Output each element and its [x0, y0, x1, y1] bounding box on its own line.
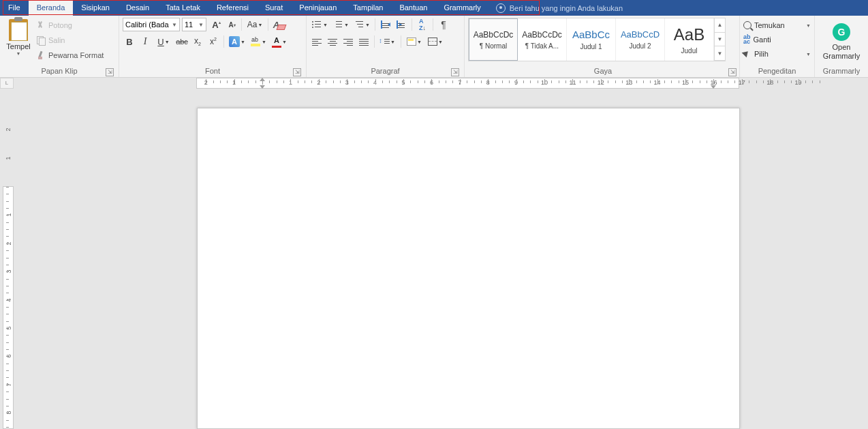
tab-file[interactable]: File: [0, 0, 29, 16]
tab-desain[interactable]: Desain: [118, 0, 157, 16]
text-effects-button[interactable]: A▼: [228, 35, 247, 48]
shading-button[interactable]: ▼: [405, 35, 424, 48]
increase-indent-icon: [397, 20, 406, 29]
paste-button[interactable]: Tempel ▼: [3, 18, 33, 66]
style-preview: AaBbCcDc: [522, 30, 562, 40]
cut-button[interactable]: Potong: [36, 19, 104, 31]
ruler-tick: [685, 79, 686, 85]
multilevel-button[interactable]: ▼: [352, 18, 371, 31]
grow-font-button[interactable]: A: [208, 18, 222, 31]
ruler-tick: [820, 80, 820, 83]
bold-button[interactable]: B: [123, 35, 136, 48]
italic-button[interactable]: I: [138, 35, 152, 48]
ruler-tick: [559, 80, 559, 83]
font-size-combo[interactable]: 11 ▼: [182, 18, 206, 31]
ruler-tick: [622, 80, 623, 83]
scissors-icon: [36, 20, 46, 30]
tab-sisipkan[interactable]: Sisipkan: [73, 0, 118, 16]
tab-peninjauan[interactable]: Peninjauan: [291, 0, 345, 16]
decrease-indent-button[interactable]: [379, 18, 392, 31]
style--normal[interactable]: AaBbCcDc¶ Normal: [469, 18, 518, 61]
clipboard-launcher[interactable]: ⇲: [106, 68, 114, 76]
gallery-down-button[interactable]: ▼: [715, 33, 725, 47]
workspace: L 2112345678910111213141516171819 123456…: [0, 78, 868, 429]
gallery-more-button[interactable]: ▼: [715, 46, 725, 61]
group-font: Calibri (Bada ▼ 11 ▼ A A Aa▼ A B I U▼ ab…: [119, 16, 307, 77]
clear-format-button[interactable]: A: [272, 18, 287, 31]
style-judul-1[interactable]: AaBbCcJudul 1: [567, 18, 616, 61]
ruler-tick: [474, 80, 475, 83]
pilcrow-icon: ¶: [441, 19, 446, 30]
borders-button[interactable]: ▼: [426, 35, 445, 48]
shrink-font-button[interactable]: A: [224, 18, 238, 31]
style-label: Judul 2: [617, 42, 663, 50]
para-launcher[interactable]: ⇲: [451, 68, 459, 76]
format-painter-button[interactable]: Pewarna Format: [36, 49, 104, 61]
tab-referensi[interactable]: Referensi: [208, 0, 257, 16]
numbering-button[interactable]: ▼: [331, 18, 350, 31]
subscript-button[interactable]: x2: [191, 35, 204, 48]
show-marks-button[interactable]: ¶: [437, 18, 450, 31]
superscript-button[interactable]: x2: [206, 35, 220, 48]
ruler-tick: [707, 80, 707, 83]
first-line-indent-marker[interactable]: [260, 78, 265, 81]
align-center-button[interactable]: [326, 35, 339, 48]
ruler-tick: [6, 208, 9, 209]
tell-me-wrap[interactable]: Beri tahu yang ingin Anda lakukan: [496, 3, 623, 13]
sort-button[interactable]: AZ: [416, 18, 429, 31]
ruler-tick: [220, 80, 221, 83]
increase-indent-button[interactable]: [394, 18, 408, 31]
change-case-button[interactable]: Aa▼: [245, 18, 264, 31]
find-button[interactable]: Temukan ▼: [743, 19, 811, 31]
replace-button[interactable]: abac Ganti: [743, 33, 811, 46]
separator: [375, 18, 375, 31]
hanging-indent-marker[interactable]: [260, 85, 265, 89]
tab-bantuan[interactable]: Bantuan: [391, 0, 435, 16]
grammarly-icon[interactable]: G: [833, 23, 850, 41]
find-label: Temukan: [754, 21, 785, 29]
chevron-down-icon: ▼: [806, 23, 811, 28]
select-button[interactable]: Pilih ▼: [743, 48, 811, 60]
underline-button[interactable]: U▼: [154, 35, 173, 48]
ruler-tick: [692, 80, 693, 83]
ribbon: Tempel ▼ Potong Salin Pewarna Format P: [0, 16, 868, 78]
superscript-icon: x2: [210, 37, 217, 46]
align-right-button[interactable]: [341, 35, 355, 48]
text-effects-icon: A: [229, 36, 240, 47]
style--tidak-a-[interactable]: AaBbCcDc¶ Tidak A...: [518, 18, 567, 61]
ruler-tick: [6, 406, 9, 406]
strike-button[interactable]: abc: [175, 35, 189, 48]
styles-launcher[interactable]: ⇲: [728, 68, 737, 76]
tab-tata-letak[interactable]: Tata Letak: [157, 0, 208, 16]
style-preview: AaBbCcDc: [474, 30, 514, 40]
copy-button[interactable]: Salin: [36, 34, 104, 46]
open-grammarly-button[interactable]: Open Grammarly: [823, 43, 860, 61]
horizontal-ruler[interactable]: 2112345678910111213141516171819: [14, 78, 868, 89]
document-page[interactable]: [197, 108, 740, 429]
highlight-button[interactable]: ▼: [249, 35, 268, 48]
ruler-tick: [749, 80, 749, 83]
style-judul[interactable]: AaBJudul: [665, 18, 714, 61]
ruler-corner[interactable]: L: [0, 78, 14, 89]
tab-grammarly[interactable]: Grammarly: [435, 0, 489, 16]
tab-tampilan[interactable]: Tampilan: [345, 0, 391, 16]
ruler-tick: [6, 222, 9, 223]
vertical-ruler[interactable]: 12345678910 12: [3, 89, 14, 429]
search-icon: [743, 21, 751, 29]
ruler-tick: [397, 80, 397, 83]
font-color-button[interactable]: A▼: [270, 35, 289, 48]
align-left-button[interactable]: [310, 35, 324, 48]
line-spacing-button[interactable]: ▼: [378, 35, 397, 48]
tab-surat[interactable]: Surat: [257, 0, 291, 16]
tab-beranda[interactable]: Beranda: [29, 0, 74, 16]
right-indent-marker[interactable]: [711, 85, 716, 89]
gallery-up-button[interactable]: ▲: [715, 18, 725, 33]
font-launcher[interactable]: ⇲: [293, 68, 301, 76]
justify-button[interactable]: [357, 35, 371, 48]
font-name-combo[interactable]: Calibri (Bada ▼: [123, 18, 180, 31]
style-judul-2[interactable]: AaBbCcDJudul 2: [616, 18, 665, 61]
bullets-button[interactable]: ▼: [310, 18, 329, 31]
borders-icon: [428, 38, 437, 46]
replace-label: Ganti: [754, 35, 771, 44]
tab-strip: FileBerandaSisipkanDesainTata LetakRefer…: [0, 0, 868, 16]
